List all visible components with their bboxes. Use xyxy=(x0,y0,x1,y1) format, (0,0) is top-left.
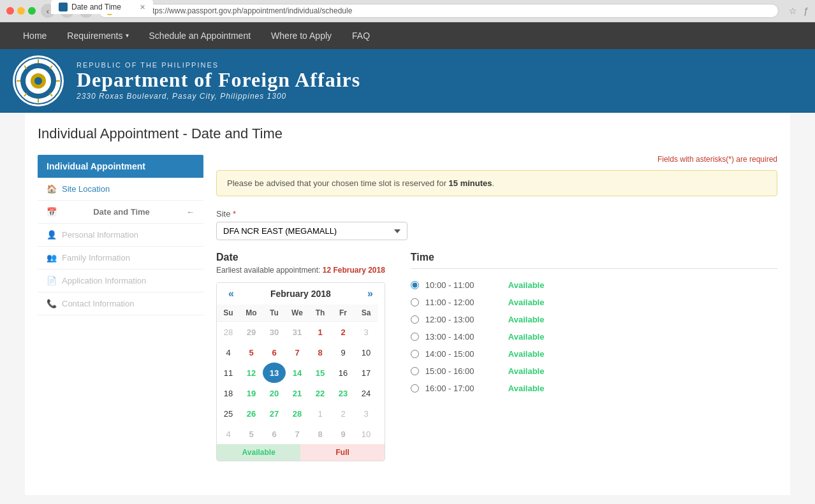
cal-day-14[interactable]: 14 xyxy=(286,363,309,383)
calendar-legend: Available Full xyxy=(217,444,385,461)
cal-day[interactable]: 6 xyxy=(263,424,286,444)
sidebar-contact-info-label: Contact Information xyxy=(62,299,134,308)
day-header-we: We xyxy=(286,305,309,322)
dfa-text-block: Republic of the Philippines Department o… xyxy=(77,61,360,100)
time-slot-3: 12:00 - 13:00 Available xyxy=(411,311,777,328)
calendar-header: « February 2018 » xyxy=(217,283,385,305)
notice-box: Please be advised that your chosen time … xyxy=(216,170,777,196)
cal-day-22[interactable]: 22 xyxy=(309,383,332,403)
calendar: « February 2018 » Su Mo Tu We Th Fr Sa xyxy=(216,282,385,461)
cal-day: 4 xyxy=(217,424,240,444)
minimize-dot[interactable] xyxy=(17,7,25,15)
time-slot-4: 13:00 - 14:00 Available xyxy=(411,328,777,345)
sidebar-date-time-label: Date and Time xyxy=(93,207,150,217)
time-slot-2-time: 11:00 - 12:00 xyxy=(425,298,502,307)
site-label: Site * xyxy=(216,209,777,219)
legend-available: Available xyxy=(217,444,300,461)
bookmark-icon[interactable]: ☆ xyxy=(789,6,797,16)
cal-day-20[interactable]: 20 xyxy=(263,383,286,403)
cal-day: 1 xyxy=(309,322,332,342)
time-divider xyxy=(411,268,777,269)
cal-day-15[interactable]: 15 xyxy=(309,363,332,383)
cal-day: 18 xyxy=(217,383,240,403)
time-section-title: Time xyxy=(411,252,777,263)
time-section: Time 10:00 - 11:00 Available 11:00 - 12:… xyxy=(411,252,777,461)
browser-chrome: ‹ › ↻ 🔒 Secure https://www.passport.gov.… xyxy=(0,0,815,22)
time-slot-6: 15:00 - 16:00 Available xyxy=(411,363,777,380)
nav-home[interactable]: Home xyxy=(13,22,57,49)
cal-day[interactable]: 9 xyxy=(332,424,355,444)
cal-day[interactable]: 31 xyxy=(286,322,309,342)
cal-day[interactable]: 5 xyxy=(240,424,263,444)
current-arrow-icon: ← xyxy=(186,207,195,217)
time-slot-2-status: Available xyxy=(508,298,545,307)
cal-day[interactable]: 30 xyxy=(263,322,286,342)
time-slot-5-radio[interactable] xyxy=(411,350,419,358)
browser-tab[interactable]: Date and Time ✕ xyxy=(51,0,153,14)
sidebar-item-date-time[interactable]: 📅 Date and Time ← xyxy=(38,201,203,224)
cal-day[interactable]: 29 xyxy=(240,322,263,342)
time-slot-5: 14:00 - 15:00 Available xyxy=(411,345,777,363)
address-bar[interactable]: 🔒 Secure https://www.passport.gov.ph/app… xyxy=(98,4,779,18)
time-slot-1-radio[interactable] xyxy=(411,281,419,289)
time-slot-6-status: Available xyxy=(508,366,545,376)
time-slot-5-time: 14:00 - 15:00 xyxy=(425,349,502,359)
cal-day-26[interactable]: 26 xyxy=(240,403,263,424)
close-dot[interactable] xyxy=(6,7,14,15)
cal-day: 11 xyxy=(217,363,240,383)
sidebar-item-site-location[interactable]: 🏠 Site Location xyxy=(38,178,203,201)
tab-close-button[interactable]: ✕ xyxy=(140,3,145,11)
sidebar-item-family-info: 👥 Family Information xyxy=(38,247,203,270)
day-header-mo: Mo xyxy=(240,305,263,322)
calendar-prev-button[interactable]: « xyxy=(223,288,239,299)
required-marker: * xyxy=(233,209,236,219)
nav-requirements-dropdown: Requirements xyxy=(57,22,138,49)
cal-day-28[interactable]: 28 xyxy=(286,403,309,424)
top-navigation: Home Requirements Schedule an Appointmen… xyxy=(0,22,815,49)
site-select[interactable]: DFA NCR EAST (MEGAMALL) DFA NCR NORTH (S… xyxy=(216,222,408,240)
cal-day: 8 xyxy=(309,342,332,363)
cal-day-19[interactable]: 19 xyxy=(240,383,263,403)
cal-day-21[interactable]: 21 xyxy=(286,383,309,403)
time-slot-7-radio[interactable] xyxy=(411,384,419,392)
cal-day[interactable]: 8 xyxy=(309,424,332,444)
day-header-sa: Sa xyxy=(355,305,378,322)
cal-day: 17 xyxy=(355,363,378,383)
time-slot-3-time: 12:00 - 13:00 xyxy=(425,315,502,324)
nav-faq[interactable]: FAQ xyxy=(342,22,380,49)
legend-full: Full xyxy=(300,444,384,461)
nav-schedule[interactable]: Schedule an Appointment xyxy=(139,22,261,49)
home-icon: 🏠 xyxy=(47,184,57,194)
calendar-month-label: February 2018 xyxy=(270,289,331,299)
sidebar-item-contact-info: 📞 Contact Information xyxy=(38,292,203,315)
time-slot-3-radio[interactable] xyxy=(411,315,419,324)
time-slot-5-status: Available xyxy=(508,349,545,359)
cal-day-23[interactable]: 23 xyxy=(332,383,355,403)
main-layout: Individual Appointment 🏠 Site Location 📅… xyxy=(38,155,777,461)
sidebar-site-location-label: Site Location xyxy=(62,184,110,194)
nav-requirements-button[interactable]: Requirements xyxy=(57,22,138,49)
time-slot-7: 16:00 - 17:00 Available xyxy=(411,380,777,397)
cal-day: 16 xyxy=(332,363,355,383)
cal-day-27[interactable]: 27 xyxy=(263,403,286,424)
calendar-next-button[interactable]: » xyxy=(362,288,378,299)
cal-day[interactable]: 7 xyxy=(286,424,309,444)
sidebar-heading: Individual Appointment xyxy=(38,155,203,178)
time-slot-4-status: Available xyxy=(508,332,545,342)
sidebar-application-info-label: Application Information xyxy=(62,276,146,285)
maximize-dot[interactable] xyxy=(28,7,36,15)
address-url: https://www.passport.gov.ph/appointment/… xyxy=(146,6,352,15)
cal-day-13-selected[interactable]: 13 xyxy=(263,363,286,383)
cal-day-12[interactable]: 12 xyxy=(240,363,263,383)
dfa-logo xyxy=(13,55,64,106)
more-icon[interactable]: ƒ xyxy=(804,6,809,16)
nav-where-to-apply[interactable]: Where to Apply xyxy=(261,22,342,49)
republic-label: Republic of the Philippines xyxy=(77,61,360,69)
time-slot-1-status: Available xyxy=(508,280,545,290)
document-icon: 📄 xyxy=(47,276,57,285)
time-slot-6-radio[interactable] xyxy=(411,367,419,375)
time-slot-2-radio[interactable] xyxy=(411,298,419,306)
calendar-icon: 📅 xyxy=(47,207,57,217)
cal-day: 1 xyxy=(309,403,332,424)
time-slot-4-radio[interactable] xyxy=(411,333,419,341)
